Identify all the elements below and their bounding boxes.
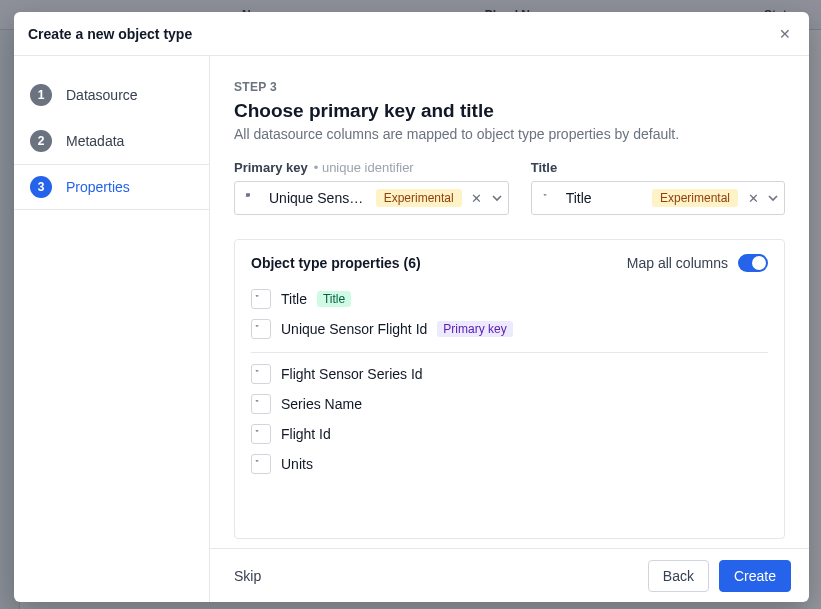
string-icon: ” [251,394,271,414]
content-scroll: STEP 3 Choose primary key and title All … [210,56,809,548]
field-label: Primary key • unique identifier [234,160,509,175]
svg-text:”: ” [255,294,258,301]
step-caption: STEP 3 [234,80,785,94]
svg-text:”: ” [255,459,258,466]
modal-title: Create a new object type [28,26,192,42]
svg-text:”: ” [255,369,258,376]
svg-text:”: ” [543,193,547,200]
svg-text:”: ” [255,324,258,331]
content-subheading: All datasource columns are mapped to obj… [234,126,785,142]
property-row[interactable]: ” Flight Id [251,419,768,449]
title-badge: Title [317,291,351,307]
app-viewport: Name Plural Name Status Create a new obj… [0,0,821,609]
step-metadata[interactable]: 2 Metadata [30,118,209,164]
property-name: Units [281,456,313,472]
chevron-down-icon[interactable] [492,193,502,203]
map-all-toggle[interactable]: Map all columns [627,254,768,272]
string-icon: ” [251,454,271,474]
create-button[interactable]: Create [719,560,791,592]
property-row[interactable]: ” Series Name [251,389,768,419]
step-datasource[interactable]: 1 Datasource [30,72,209,118]
pk-hint: • unique identifier [314,160,414,175]
string-icon: ” [540,189,558,207]
step-badge: 1 [30,84,52,106]
content-heading: Choose primary key and title [234,100,785,122]
svg-text:”: ” [255,429,258,436]
string-icon: ” [251,424,271,444]
content-col: STEP 3 Choose primary key and title All … [210,56,809,602]
property-row[interactable]: ” Flight Sensor Series Id [251,359,768,389]
string-icon: ” [243,189,261,207]
divider [251,352,768,353]
title-label: Title [531,160,558,175]
property-name: Series Name [281,396,362,412]
clear-icon[interactable]: ✕ [470,191,484,206]
primary-key-select[interactable]: ” Unique Sensor… Experimental ✕ [234,181,509,215]
property-row[interactable]: ” Unique Sensor Flight Id Primary key [251,314,768,344]
string-icon: ” [251,289,271,309]
property-row[interactable]: ” Units [251,449,768,479]
property-name: Title [281,291,307,307]
property-row[interactable]: ” Title Title [251,284,768,314]
clear-icon[interactable]: ✕ [746,191,760,206]
title-select[interactable]: ” Title Experimental ✕ [531,181,785,215]
field-row: Primary key • unique identifier ” Unique… [234,160,785,215]
modal-footer: Skip Back Create [210,548,809,602]
string-icon: ” [251,319,271,339]
modal-body: 1 Datasource 2 Metadata 3 Properties STE… [14,56,809,602]
toggle-switch[interactable] [738,254,768,272]
string-icon: ” [251,364,271,384]
step-label: Metadata [66,133,124,149]
skip-button[interactable]: Skip [228,564,267,588]
props-header: Object type properties (6) Map all colum… [251,254,768,272]
map-all-label: Map all columns [627,255,728,271]
property-name: Unique Sensor Flight Id [281,321,427,337]
experimental-badge: Experimental [652,189,738,207]
title-value: Title [566,190,644,206]
experimental-badge: Experimental [376,189,462,207]
properties-card: Object type properties (6) Map all colum… [234,239,785,539]
primary-key-badge: Primary key [437,321,512,337]
property-name: Flight Id [281,426,331,442]
step-label: Properties [66,179,130,195]
props-title: Object type properties (6) [251,255,421,271]
primary-key-field: Primary key • unique identifier ” Unique… [234,160,509,215]
modal-header: Create a new object type ✕ [14,12,809,56]
pk-value: Unique Sensor… [269,190,368,206]
pk-label: Primary key [234,160,308,175]
svg-text:”: ” [255,399,258,406]
steps-sidebar: 1 Datasource 2 Metadata 3 Properties [14,56,210,602]
field-label: Title [531,160,785,175]
title-field: Title ” Title Experimental ✕ [531,160,785,215]
chevron-down-icon[interactable] [768,193,778,203]
step-label: Datasource [66,87,138,103]
footer-right: Back Create [648,560,791,592]
property-name: Flight Sensor Series Id [281,366,423,382]
create-object-type-modal: Create a new object type ✕ 1 Datasource … [14,12,809,602]
close-icon[interactable]: ✕ [775,24,795,44]
step-badge: 3 [30,176,52,198]
step-badge: 2 [30,130,52,152]
svg-text:”: ” [246,193,250,200]
step-properties[interactable]: 3 Properties [14,164,209,210]
back-button[interactable]: Back [648,560,709,592]
